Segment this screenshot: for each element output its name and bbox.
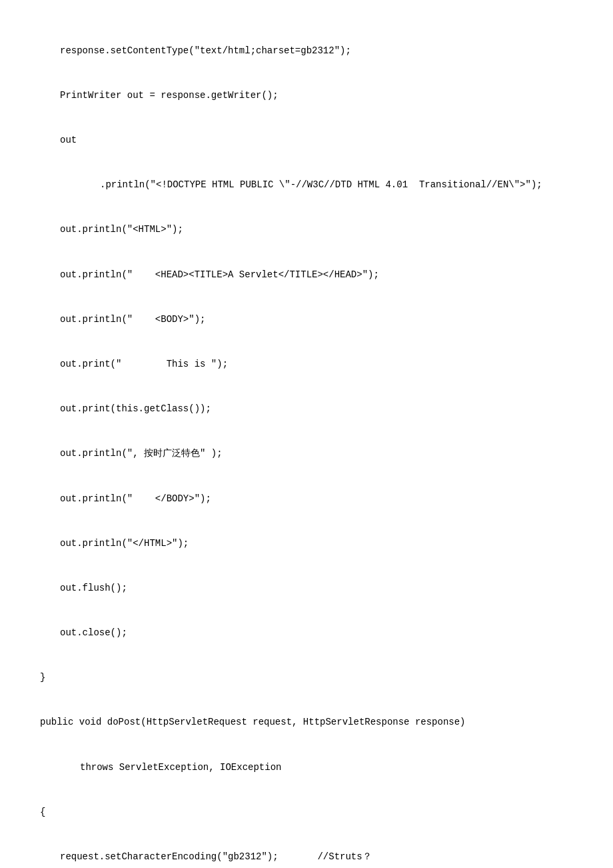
code-line: out.println(", 按时广泛特色" ); <box>60 446 593 461</box>
code-line: PrintWriter out = response.getWriter(); <box>60 88 593 103</box>
code-block: response.setContentType("text/html;chars… <box>20 13 593 868</box>
code-line: out.println(" <HEAD><TITLE>A Servlet</TI… <box>60 267 593 282</box>
code-line: public void doPost(HttpServletRequest re… <box>40 715 593 729</box>
code-line: out.print(" This is "); <box>60 357 593 371</box>
code-line: response.setContentType("text/html;chars… <box>60 43 593 58</box>
code-line: request.setCharacterEncoding("gb2312"); … <box>60 849 593 864</box>
code-line: } <box>40 670 593 685</box>
code-line: out.println("<HTML>"); <box>60 222 593 237</box>
code-line: out.println(" <BODY>"); <box>60 312 593 327</box>
code-line: throws ServletException, IOException <box>80 760 593 775</box>
code-line: out.flush(); <box>60 581 593 595</box>
code-line: .println("<!DOCTYPE HTML PUBLIC \"-//W3C… <box>100 177 593 192</box>
code-line: { <box>40 805 593 819</box>
code-line: out.print(this.getClass()); <box>60 401 593 416</box>
code-line: out.println(" </BODY>"); <box>60 491 593 506</box>
code-line: out.close(); <box>60 625 593 640</box>
code-line: out <box>60 133 593 147</box>
code-line: out.println("</HTML>"); <box>60 536 593 551</box>
